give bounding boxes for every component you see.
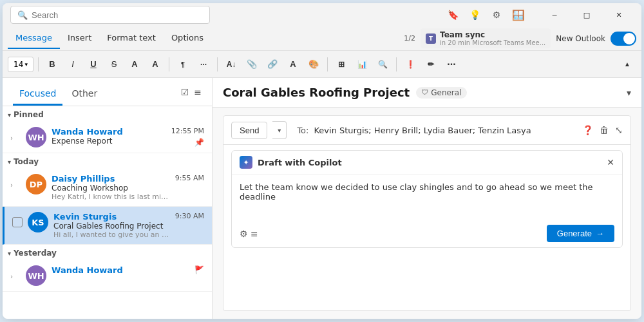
section-pinned[interactable]: ▾ Pinned [3,106,212,122]
expand-icon[interactable]: › [10,182,21,189]
copilot-title: Draft with Copilot [258,158,342,167]
copilot-draft-box: ✦ Draft with Copilot ✕ Let the team know… [231,150,623,248]
copilot-input[interactable]: Let the team know we decided to use clay… [240,182,614,211]
generate-label: Generate [557,229,592,238]
email-item[interactable]: › DP Daisy Phillips Coaching Workshop He… [3,169,212,207]
link-button[interactable]: 🔗 [263,55,281,73]
avatar: WH [26,127,46,147]
attach-file-button[interactable]: 📎 [243,55,261,73]
email-view-title: Coral Gables Roofing Project [223,86,410,99]
more-button[interactable]: ··· [442,55,460,73]
colorful-icon[interactable]: 🪟 [513,9,524,21]
table-button[interactable]: ⊞ [332,55,350,73]
italic-button[interactable]: I [64,55,82,73]
new-outlook-switch[interactable] [611,32,636,46]
toolbar-divider-2 [169,57,169,71]
tab-insert[interactable]: Insert [60,28,99,49]
close-button[interactable]: ✕ [604,6,634,24]
copilot-input-area[interactable]: Let the team know we decided to use clay… [232,175,622,221]
font-size-selector[interactable]: 14 ▾ [8,57,33,72]
email-content: Kevin Sturgis Coral Gables Roofing Proje… [53,212,170,239]
folder-badge: 🛡 General [416,87,466,99]
lightbulb-icon[interactable]: 💡 [469,9,480,21]
copilot-close-button[interactable]: ✕ [607,157,614,167]
avatar: DP [26,174,46,194]
tab-format-text[interactable]: Format text [99,28,164,49]
compose-icons: ❓ 🗑 ⤡ [582,125,623,135]
generate-button[interactable]: Generate → [547,225,614,242]
expand-email-button[interactable]: ▾ [627,88,631,98]
title-bar: 🔍 🔖 💡 ⚙ 🪟 − □ ✕ [3,3,641,26]
font-style-button[interactable]: A↓ [222,55,240,73]
bold-button[interactable]: B [43,55,61,73]
help-icon[interactable]: ❓ [582,125,593,135]
tab-focused[interactable]: Focused [13,83,62,106]
text-color-button2[interactable]: A [284,55,302,73]
email-preview: Hey Katri, I know this is last minute, b… [52,193,170,201]
collapse-ribbon-button[interactable]: ▲ [618,55,636,73]
email-item-active[interactable]: KS Kevin Sturgis Coral Gables Roofing Pr… [3,207,212,245]
expand-icon[interactable]: › [10,135,21,142]
immersive-button[interactable]: 🔍 [374,55,392,73]
tab-options[interactable]: Options [164,28,211,49]
ribbon-right: 1/2 T Team sync in 20 min Microsoft Team… [404,28,636,48]
chart-button[interactable]: 📊 [353,55,371,73]
checkbox[interactable] [12,217,23,227]
filter-check-icon[interactable]: ☑ [181,87,189,97]
toolbar-divider-1 [38,57,39,71]
main-content: Focused Other ☑ ≡ ▾ Pinned › WH [3,78,641,319]
new-outlook-toggle: New Outlook [556,32,636,46]
draw-button[interactable]: ✏ [422,55,440,73]
more-formatting-button[interactable]: ··· [194,55,213,73]
toolbar-divider-3 [217,57,218,71]
chevron-yesterday: ▾ [8,250,11,257]
team-sync-info: Team sync in 20 min Microsoft Teams Mee.… [440,30,545,46]
email-sender: Wanda Howard [52,265,189,275]
highlight-button[interactable]: A [126,55,144,73]
search-input[interactable] [32,10,203,20]
strikethrough-button[interactable]: S [105,55,123,73]
expand-icon[interactable]: › [10,273,21,280]
chevron-today: ▾ [8,158,11,166]
underline-button[interactable]: U [84,55,102,73]
delete-icon[interactable]: 🗑 [600,125,609,135]
font-color-button[interactable]: A [146,55,164,73]
section-today[interactable]: ▾ Today [3,153,212,169]
email-time: 9:55 AM [175,174,204,182]
app-window: 🔍 🔖 💡 ⚙ 🪟 − □ ✕ Message Insert Format te… [3,3,641,319]
email-item[interactable]: › WH Wanda Howard Expense Report 12:55 P… [3,122,212,153]
email-view: Coral Gables Roofing Project 🛡 General ▾… [213,78,641,319]
colorful-button[interactable]: 🎨 [305,55,323,73]
send-dropdown[interactable]: ▾ [272,121,287,139]
filter-icon[interactable]: ≡ [194,87,202,97]
email-preview: Hi all, I wanted to give you an update o… [53,231,170,239]
importance-button[interactable]: ❗ [401,55,419,73]
maximize-button[interactable]: □ [572,6,601,24]
email-content: Wanda Howard Expense Report [52,127,166,146]
adjust-icon[interactable]: ⚙ ≡ [240,229,258,239]
team-sync-notification[interactable]: T Team sync in 20 min Microsoft Teams Me… [421,28,551,48]
folder-tab-icons: ☑ ≡ [181,87,202,102]
send-button[interactable]: Send [231,122,267,139]
toggle-knob [623,33,635,44]
search-box[interactable]: 🔍 [10,6,210,24]
section-yesterday[interactable]: ▾ Yesterday [3,245,212,260]
email-sender: Daisy Phillips [52,174,170,184]
email-item[interactable]: › WH Wanda Howard 🚩 [3,260,212,292]
settings-icon[interactable]: ⚙ [491,9,502,21]
bookmark-icon[interactable]: 🔖 [447,9,459,21]
team-sync-title: Team sync [440,30,545,39]
minimize-button[interactable]: − [540,6,569,24]
paragraph-button[interactable]: ¶ [174,55,192,73]
email-subject: Coaching Workshop [52,184,170,193]
tab-message[interactable]: Message [8,28,60,49]
email-meta: 9:30 AM [175,212,204,220]
notification-count: 1/2 [404,34,415,43]
tab-other[interactable]: Other [65,83,104,106]
pin-icon: 📌 [194,138,204,147]
email-subject: Expense Report [52,137,166,146]
expand-compose-icon[interactable]: ⤡ [615,125,623,135]
email-subject: Coral Gables Roofing Project [53,222,170,231]
toolbar-divider-5 [396,57,397,71]
generate-arrow: → [596,229,604,238]
